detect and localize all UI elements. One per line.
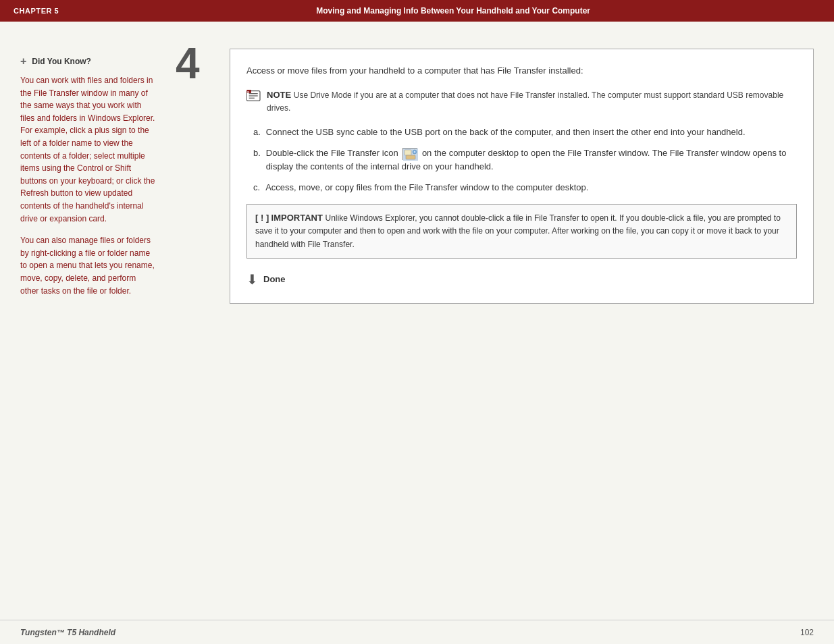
footer-brand: Tungsten™ T5 Handheld xyxy=(20,628,115,637)
did-you-know-title: Did You Know? xyxy=(32,57,91,66)
important-block: [ ! ] IMPORTANT Unlike Windows Explorer,… xyxy=(246,204,797,259)
substep-a-text: Connect the USB sync cable to the USB po… xyxy=(266,126,746,139)
done-arrow-icon: ⬇ xyxy=(246,269,258,290)
substep-b: b. Double-click the File Transfer icon xyxy=(253,146,797,173)
important-label: IMPORTANT xyxy=(271,213,325,223)
substep-a-label: a. xyxy=(253,126,261,139)
substep-c-text: Access, move, or copy files from the Fil… xyxy=(265,181,588,194)
substep-c-label: c. xyxy=(253,181,260,194)
substep-c: c. Access, move, or copy files from the … xyxy=(253,181,797,194)
step-content: 4 Access or move files from your handhel… xyxy=(176,49,814,606)
step-box: Access or move files from your handheld … xyxy=(230,49,814,304)
chapter-title: Moving and Managing Info Between Your Ha… xyxy=(86,6,820,16)
sidebar-paragraph-1: You can work with files and folders in t… xyxy=(20,74,155,225)
substep-b-text: Double-click the File Transfer icon xyxy=(266,146,797,173)
file-transfer-icon xyxy=(402,148,417,160)
note-icon: N xyxy=(246,90,261,106)
did-you-know-header: + Did You Know? xyxy=(20,55,155,68)
note-label: NOTE xyxy=(267,90,291,100)
page-header: CHAPTER 5 Moving and Managing Info Betwe… xyxy=(0,0,834,22)
sidebar: + Did You Know? You can work with files … xyxy=(20,49,155,606)
step-intro: Access or move files from your handheld … xyxy=(246,64,797,78)
svg-rect-8 xyxy=(406,155,415,159)
step-number: 4 xyxy=(176,42,216,85)
done-label: Done xyxy=(263,273,286,286)
substep-b-label: b. xyxy=(253,146,261,160)
sidebar-paragraph-2: You can also manage files or folders by … xyxy=(20,234,155,297)
footer-page-number: 102 xyxy=(800,628,814,637)
note-block: N NOTE Use Drive Mode if you are at a co… xyxy=(246,88,797,115)
main-content: + Did You Know? You can work with files … xyxy=(0,22,834,620)
plus-icon: + xyxy=(20,55,26,68)
important-bracket: [ ! ] xyxy=(255,213,269,223)
note-content: NOTE Use Drive Mode if you are at a comp… xyxy=(267,88,797,115)
substep-a: a. Connect the USB sync cable to the USB… xyxy=(253,126,797,139)
important-text: Unlike Windows Explorer, you cannot doub… xyxy=(255,213,781,249)
step-container: 4 Access or move files from your handhel… xyxy=(176,49,814,304)
substeps: a. Connect the USB sync cable to the USB… xyxy=(253,126,797,194)
svg-rect-7 xyxy=(405,150,411,155)
chapter-label: CHAPTER 5 xyxy=(14,7,59,15)
note-text: Use Drive Mode if you are at a computer … xyxy=(267,90,783,113)
page-footer: Tungsten™ T5 Handheld 102 xyxy=(0,620,834,644)
done-row: ⬇ Done xyxy=(246,269,797,290)
svg-text:N: N xyxy=(247,90,249,93)
